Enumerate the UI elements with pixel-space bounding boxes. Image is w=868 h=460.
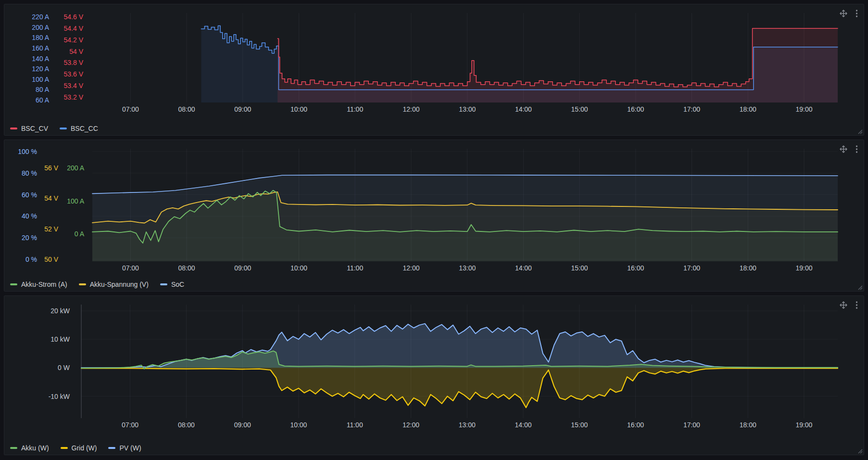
legend-label: SoC bbox=[171, 281, 184, 288]
legend-item[interactable]: Akku-Strom (A) bbox=[10, 281, 67, 288]
panel-akku: 07:0008:0009:0010:0011:0012:0013:0014:00… bbox=[4, 140, 864, 292]
svg-text:07:00: 07:00 bbox=[122, 105, 139, 113]
legend-swatch-icon bbox=[10, 128, 17, 129]
akku-chart: 07:0008:0009:0010:0011:0012:0013:0014:00… bbox=[8, 143, 860, 275]
legend-item[interactable]: SoC bbox=[160, 281, 184, 288]
akku-legend: Akku-Strom (A)Akku-Spannung (V)SoC bbox=[10, 281, 184, 288]
bsc-legend: BSC_CVBSC_CC bbox=[10, 125, 98, 132]
legend-label: Akku-Strom (A) bbox=[21, 281, 67, 288]
svg-text:11:00: 11:00 bbox=[347, 264, 363, 272]
resize-handle-icon[interactable] bbox=[857, 128, 863, 134]
panel-power: 07:0008:0009:0010:0011:0012:0013:0014:00… bbox=[4, 295, 864, 455]
svg-text:18:00: 18:00 bbox=[740, 264, 756, 272]
move-panel-icon[interactable] bbox=[839, 301, 848, 309]
svg-text:18:00: 18:00 bbox=[740, 105, 756, 113]
svg-text:53.6 V: 53.6 V bbox=[64, 70, 84, 78]
chart-canvas: 07:0008:0009:0010:0011:0012:0013:0014:00… bbox=[8, 7, 860, 119]
svg-text:17:00: 17:00 bbox=[683, 105, 700, 113]
svg-text:200 A: 200 A bbox=[32, 24, 49, 31]
panel-hover-actions bbox=[839, 145, 858, 153]
svg-text:220 A: 220 A bbox=[32, 13, 49, 21]
legend-label: BSC_CV bbox=[21, 125, 48, 132]
svg-text:20 %: 20 % bbox=[22, 234, 37, 242]
legend-label: BSC_CC bbox=[71, 125, 98, 132]
legend-item[interactable]: BSC_CC bbox=[60, 125, 98, 132]
chart-canvas: 07:0008:0009:0010:0011:0012:0013:0014:00… bbox=[8, 143, 860, 275]
legend-item[interactable]: PV (W) bbox=[108, 445, 141, 451]
svg-text:140 A: 140 A bbox=[32, 55, 49, 63]
legend-item[interactable]: Grid (W) bbox=[61, 445, 97, 451]
svg-text:13:00: 13:00 bbox=[459, 264, 476, 272]
svg-text:18:00: 18:00 bbox=[740, 421, 756, 429]
svg-text:160 A: 160 A bbox=[32, 44, 49, 52]
svg-text:12:00: 12:00 bbox=[403, 264, 419, 272]
legend-item[interactable]: BSC_CV bbox=[10, 125, 48, 132]
svg-text:60 A: 60 A bbox=[36, 96, 50, 104]
panel-hover-actions bbox=[839, 9, 858, 18]
legend-label: Akku-Spannung (V) bbox=[90, 281, 149, 288]
legend-item[interactable]: Akku (W) bbox=[10, 445, 49, 451]
svg-text:54 V: 54 V bbox=[44, 194, 58, 202]
resize-handle-icon[interactable] bbox=[857, 284, 863, 290]
svg-text:52 V: 52 V bbox=[44, 225, 58, 233]
svg-text:15:00: 15:00 bbox=[571, 264, 588, 272]
svg-text:14:00: 14:00 bbox=[515, 105, 532, 113]
legend-label: Grid (W) bbox=[72, 445, 97, 451]
move-panel-icon[interactable] bbox=[839, 9, 848, 18]
power-legend: Akku (W)Grid (W)PV (W) bbox=[10, 445, 141, 451]
panel-menu-kebab-icon[interactable] bbox=[855, 301, 858, 309]
svg-text:08:00: 08:00 bbox=[178, 264, 195, 272]
panel-menu-kebab-icon[interactable] bbox=[855, 145, 858, 153]
svg-text:15:00: 15:00 bbox=[571, 421, 588, 429]
svg-text:11:00: 11:00 bbox=[347, 421, 363, 429]
legend-swatch-icon bbox=[10, 447, 17, 449]
svg-text:19:00: 19:00 bbox=[795, 421, 812, 429]
bsc-chart: 07:0008:0009:0010:0011:0012:0013:0014:00… bbox=[8, 7, 860, 119]
svg-text:53.4 V: 53.4 V bbox=[64, 82, 84, 89]
svg-text:100 A: 100 A bbox=[32, 76, 49, 83]
svg-text:15:00: 15:00 bbox=[571, 105, 588, 113]
svg-text:13:00: 13:00 bbox=[459, 105, 476, 113]
power-chart: 07:0008:0009:0010:0011:0012:0013:0014:00… bbox=[8, 299, 860, 438]
svg-text:53.2 V: 53.2 V bbox=[64, 93, 84, 101]
svg-text:0 %: 0 % bbox=[25, 256, 37, 263]
svg-text:180 A: 180 A bbox=[32, 34, 49, 41]
svg-text:0 A: 0 A bbox=[75, 230, 85, 238]
svg-text:200 A: 200 A bbox=[67, 164, 84, 172]
svg-text:12:00: 12:00 bbox=[403, 105, 419, 113]
svg-text:08:00: 08:00 bbox=[178, 105, 195, 113]
svg-text:10:00: 10:00 bbox=[290, 421, 307, 429]
svg-text:-10 kW: -10 kW bbox=[49, 393, 70, 400]
svg-text:54.2 V: 54.2 V bbox=[64, 36, 84, 44]
svg-text:16:00: 16:00 bbox=[627, 421, 644, 429]
legend-label: Akku (W) bbox=[21, 445, 49, 451]
legend-swatch-icon bbox=[61, 447, 68, 449]
resize-handle-icon[interactable] bbox=[857, 448, 863, 454]
svg-text:09:00: 09:00 bbox=[234, 264, 251, 272]
svg-text:09:00: 09:00 bbox=[234, 105, 251, 113]
svg-text:14:00: 14:00 bbox=[515, 421, 531, 429]
svg-text:07:00: 07:00 bbox=[122, 421, 138, 429]
legend-item[interactable]: Akku-Spannung (V) bbox=[79, 281, 149, 288]
dashboard: 07:0008:0009:0010:0011:0012:0013:0014:00… bbox=[0, 0, 868, 460]
svg-text:20 kW: 20 kW bbox=[50, 307, 70, 315]
svg-text:14:00: 14:00 bbox=[515, 264, 532, 272]
svg-text:56 V: 56 V bbox=[44, 164, 58, 172]
svg-text:10 kW: 10 kW bbox=[50, 335, 70, 343]
svg-text:12:00: 12:00 bbox=[403, 421, 419, 429]
svg-text:0 W: 0 W bbox=[58, 364, 70, 371]
svg-text:08:00: 08:00 bbox=[178, 421, 195, 429]
svg-text:17:00: 17:00 bbox=[683, 264, 700, 272]
svg-text:16:00: 16:00 bbox=[627, 105, 644, 113]
svg-text:09:00: 09:00 bbox=[234, 421, 251, 429]
svg-text:80 %: 80 % bbox=[22, 169, 37, 177]
move-panel-icon[interactable] bbox=[839, 145, 848, 153]
panel-bsc: 07:0008:0009:0010:0011:0012:0013:0014:00… bbox=[4, 4, 864, 136]
panel-menu-kebab-icon[interactable] bbox=[855, 9, 858, 18]
svg-text:80 A: 80 A bbox=[36, 86, 50, 93]
svg-text:10:00: 10:00 bbox=[290, 105, 307, 113]
svg-text:54.4 V: 54.4 V bbox=[64, 25, 84, 32]
svg-text:10:00: 10:00 bbox=[290, 264, 307, 272]
svg-text:13:00: 13:00 bbox=[459, 421, 476, 429]
legend-label: PV (W) bbox=[119, 445, 141, 451]
